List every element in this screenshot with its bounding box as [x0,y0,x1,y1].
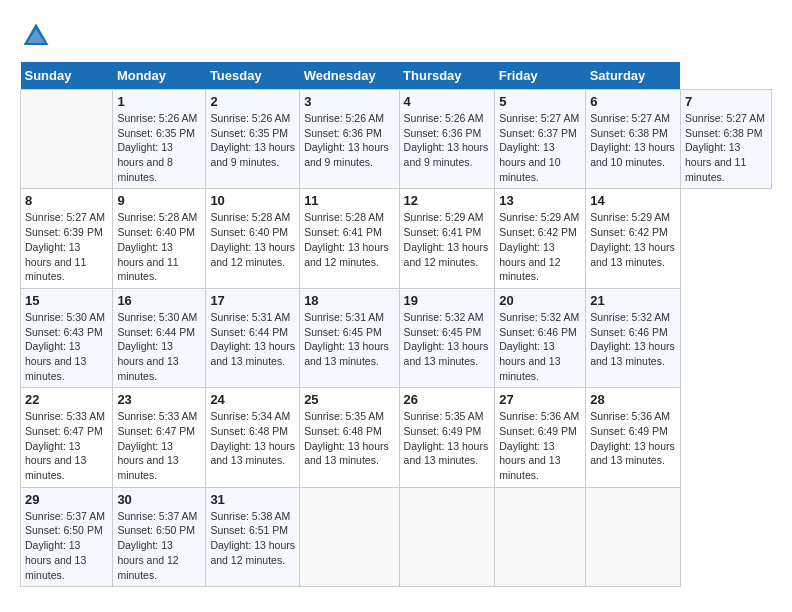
daylight: Daylight: 13 hours and 13 minutes. [404,340,489,367]
sunrise: Sunrise: 5:27 AM [25,211,105,223]
calendar-cell [300,487,399,586]
sunrise: Sunrise: 5:32 AM [590,311,670,323]
sunrise: Sunrise: 5:26 AM [117,112,197,124]
day-number: 27 [499,392,581,407]
calendar-cell: 15 Sunrise: 5:30 AM Sunset: 6:43 PM Dayl… [21,288,113,387]
col-header-tuesday: Tuesday [206,62,300,90]
col-header-wednesday: Wednesday [300,62,399,90]
calendar-cell: 24 Sunrise: 5:34 AM Sunset: 6:48 PM Dayl… [206,388,300,487]
day-detail: Sunrise: 5:32 AM Sunset: 6:46 PM Dayligh… [499,310,581,383]
sunrise: Sunrise: 5:35 AM [304,410,384,422]
calendar-cell [495,487,586,586]
day-number: 29 [25,492,108,507]
sunrise: Sunrise: 5:36 AM [590,410,670,422]
sunset: Sunset: 6:51 PM [210,524,288,536]
day-detail: Sunrise: 5:36 AM Sunset: 6:49 PM Dayligh… [590,409,676,468]
calendar-header-row: SundayMondayTuesdayWednesdayThursdayFrid… [21,62,772,90]
calendar-cell: 14 Sunrise: 5:29 AM Sunset: 6:42 PM Dayl… [586,189,681,288]
day-number: 26 [404,392,491,407]
sunrise: Sunrise: 5:28 AM [304,211,384,223]
calendar-cell: 21 Sunrise: 5:32 AM Sunset: 6:46 PM Dayl… [586,288,681,387]
calendar-cell: 27 Sunrise: 5:36 AM Sunset: 6:49 PM Dayl… [495,388,586,487]
day-number: 20 [499,293,581,308]
day-number: 6 [590,94,676,109]
day-number: 22 [25,392,108,407]
calendar-cell: 16 Sunrise: 5:30 AM Sunset: 6:44 PM Dayl… [113,288,206,387]
day-number: 25 [304,392,394,407]
sunset: Sunset: 6:48 PM [210,425,288,437]
calendar-cell: 1 Sunrise: 5:26 AM Sunset: 6:35 PM Dayli… [113,90,206,189]
calendar-week-row: 15 Sunrise: 5:30 AM Sunset: 6:43 PM Dayl… [21,288,772,387]
sunrise: Sunrise: 5:37 AM [25,510,105,522]
sunset: Sunset: 6:49 PM [590,425,668,437]
sunset: Sunset: 6:46 PM [499,326,577,338]
sunrise: Sunrise: 5:33 AM [25,410,105,422]
sunset: Sunset: 6:41 PM [304,226,382,238]
logo [20,20,56,52]
sunset: Sunset: 6:50 PM [25,524,103,536]
daylight: Daylight: 13 hours and 9 minutes. [304,141,389,168]
calendar-cell: 26 Sunrise: 5:35 AM Sunset: 6:49 PM Dayl… [399,388,495,487]
day-detail: Sunrise: 5:27 AM Sunset: 6:39 PM Dayligh… [25,210,108,283]
day-detail: Sunrise: 5:32 AM Sunset: 6:45 PM Dayligh… [404,310,491,369]
col-header-saturday: Saturday [586,62,681,90]
col-header-thursday: Thursday [399,62,495,90]
sunset: Sunset: 6:40 PM [117,226,195,238]
page-header [20,20,772,52]
day-number: 1 [117,94,201,109]
day-detail: Sunrise: 5:28 AM Sunset: 6:41 PM Dayligh… [304,210,394,269]
day-detail: Sunrise: 5:35 AM Sunset: 6:48 PM Dayligh… [304,409,394,468]
day-number: 2 [210,94,295,109]
sunrise: Sunrise: 5:28 AM [210,211,290,223]
calendar-cell: 25 Sunrise: 5:35 AM Sunset: 6:48 PM Dayl… [300,388,399,487]
sunset: Sunset: 6:42 PM [590,226,668,238]
calendar-cell: 9 Sunrise: 5:28 AM Sunset: 6:40 PM Dayli… [113,189,206,288]
daylight: Daylight: 13 hours and 12 minutes. [499,241,560,282]
calendar-cell: 8 Sunrise: 5:27 AM Sunset: 6:39 PM Dayli… [21,189,113,288]
calendar-cell: 6 Sunrise: 5:27 AM Sunset: 6:38 PM Dayli… [586,90,681,189]
sunrise: Sunrise: 5:38 AM [210,510,290,522]
day-number: 8 [25,193,108,208]
sunrise: Sunrise: 5:35 AM [404,410,484,422]
daylight: Daylight: 13 hours and 13 minutes. [304,340,389,367]
sunset: Sunset: 6:45 PM [404,326,482,338]
day-number: 28 [590,392,676,407]
daylight: Daylight: 13 hours and 10 minutes. [499,141,560,182]
day-detail: Sunrise: 5:30 AM Sunset: 6:44 PM Dayligh… [117,310,201,383]
day-detail: Sunrise: 5:27 AM Sunset: 6:37 PM Dayligh… [499,111,581,184]
sunset: Sunset: 6:47 PM [117,425,195,437]
day-detail: Sunrise: 5:27 AM Sunset: 6:38 PM Dayligh… [685,111,767,184]
day-detail: Sunrise: 5:26 AM Sunset: 6:35 PM Dayligh… [117,111,201,184]
day-detail: Sunrise: 5:29 AM Sunset: 6:42 PM Dayligh… [590,210,676,269]
calendar-cell: 23 Sunrise: 5:33 AM Sunset: 6:47 PM Dayl… [113,388,206,487]
daylight: Daylight: 13 hours and 12 minutes. [304,241,389,268]
day-detail: Sunrise: 5:36 AM Sunset: 6:49 PM Dayligh… [499,409,581,482]
sunset: Sunset: 6:39 PM [25,226,103,238]
sunrise: Sunrise: 5:34 AM [210,410,290,422]
day-detail: Sunrise: 5:26 AM Sunset: 6:36 PM Dayligh… [304,111,394,170]
calendar-cell: 31 Sunrise: 5:38 AM Sunset: 6:51 PM Dayl… [206,487,300,586]
day-number: 13 [499,193,581,208]
daylight: Daylight: 13 hours and 13 minutes. [117,340,178,381]
day-detail: Sunrise: 5:31 AM Sunset: 6:44 PM Dayligh… [210,310,295,369]
sunset: Sunset: 6:35 PM [210,127,288,139]
day-number: 21 [590,293,676,308]
sunset: Sunset: 6:35 PM [117,127,195,139]
sunrise: Sunrise: 5:29 AM [499,211,579,223]
calendar-cell: 29 Sunrise: 5:37 AM Sunset: 6:50 PM Dayl… [21,487,113,586]
sunset: Sunset: 6:38 PM [590,127,668,139]
day-number: 12 [404,193,491,208]
calendar-cell-empty [21,90,113,189]
sunrise: Sunrise: 5:31 AM [304,311,384,323]
daylight: Daylight: 13 hours and 13 minutes. [210,340,295,367]
sunset: Sunset: 6:43 PM [25,326,103,338]
sunrise: Sunrise: 5:30 AM [25,311,105,323]
calendar-cell: 28 Sunrise: 5:36 AM Sunset: 6:49 PM Dayl… [586,388,681,487]
sunrise: Sunrise: 5:27 AM [590,112,670,124]
day-detail: Sunrise: 5:26 AM Sunset: 6:35 PM Dayligh… [210,111,295,170]
day-number: 30 [117,492,201,507]
sunset: Sunset: 6:50 PM [117,524,195,536]
daylight: Daylight: 13 hours and 13 minutes. [499,440,560,481]
sunrise: Sunrise: 5:32 AM [404,311,484,323]
calendar-cell: 17 Sunrise: 5:31 AM Sunset: 6:44 PM Dayl… [206,288,300,387]
